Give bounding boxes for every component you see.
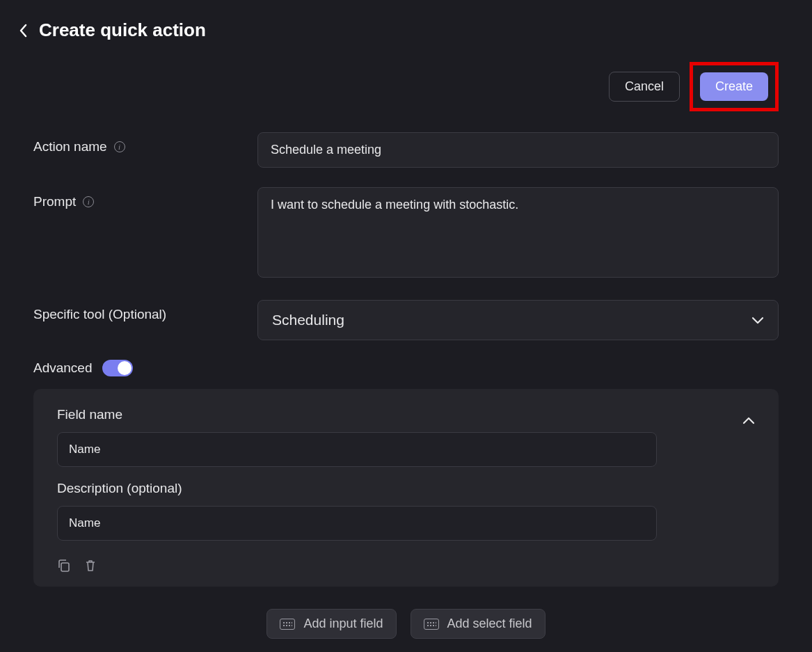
row-specific-tool: Specific tool (Optional) Scheduling — [33, 300, 779, 340]
advanced-card: Field name Description (optional) — [33, 389, 779, 587]
svg-rect-0 — [61, 563, 69, 571]
label-col-specific-tool: Specific tool (Optional) — [33, 300, 257, 322]
info-icon[interactable]: i — [83, 196, 94, 207]
chevron-down-icon — [751, 317, 764, 324]
specific-tool-value: Scheduling — [272, 312, 344, 328]
collapse-button[interactable] — [742, 417, 755, 424]
copy-icon — [57, 559, 71, 573]
add-select-field-button[interactable]: Add select field — [411, 609, 546, 639]
field-name-label: Field name — [57, 407, 755, 422]
create-button[interactable]: Create — [700, 72, 768, 101]
card-actions — [57, 559, 755, 573]
specific-tool-select[interactable]: Scheduling — [257, 300, 779, 340]
label-col-action-name: Action name i — [33, 132, 257, 154]
row-advanced-toggle: Advanced — [33, 360, 779, 376]
info-icon[interactable]: i — [114, 141, 125, 152]
add-select-label: Add select field — [447, 617, 532, 631]
row-prompt: Prompt i — [33, 187, 779, 280]
action-name-input[interactable] — [257, 132, 779, 168]
add-input-label: Add input field — [303, 617, 383, 631]
page-title: Create quick action — [39, 19, 206, 41]
action-name-label: Action name — [33, 139, 107, 154]
input-col-specific-tool: Scheduling — [257, 300, 779, 340]
advanced-toggle[interactable] — [102, 360, 133, 376]
prompt-label: Prompt — [33, 194, 76, 209]
cancel-button[interactable]: Cancel — [609, 72, 680, 102]
add-input-field-button[interactable]: Add input field — [266, 609, 396, 639]
back-button[interactable] — [17, 22, 29, 39]
chevron-up-icon — [742, 417, 755, 424]
chevron-left-icon — [19, 24, 27, 38]
label-col-prompt: Prompt i — [33, 187, 257, 209]
page-header: Create quick action — [0, 0, 812, 48]
toggle-knob — [118, 361, 132, 375]
field-name-input[interactable] — [57, 432, 657, 467]
form-area: Action name i Prompt i Specific tool (Op… — [0, 111, 812, 639]
advanced-label: Advanced — [33, 360, 93, 376]
delete-button[interactable] — [83, 559, 97, 573]
description-label: Description (optional) — [57, 481, 755, 496]
create-highlight: Create — [690, 62, 779, 111]
keyboard-icon — [280, 619, 295, 630]
duplicate-button[interactable] — [57, 559, 71, 573]
input-col-prompt — [257, 187, 779, 280]
prompt-input[interactable] — [257, 187, 779, 278]
keyboard-icon — [424, 619, 439, 630]
action-bar: Cancel Create — [0, 48, 812, 111]
row-action-name: Action name i — [33, 132, 779, 168]
description-input[interactable] — [57, 506, 657, 541]
specific-tool-label: Specific tool (Optional) — [33, 307, 166, 322]
input-col-action-name — [257, 132, 779, 168]
add-buttons-row: Add input field Add select field — [33, 609, 779, 639]
trash-icon — [83, 559, 97, 573]
